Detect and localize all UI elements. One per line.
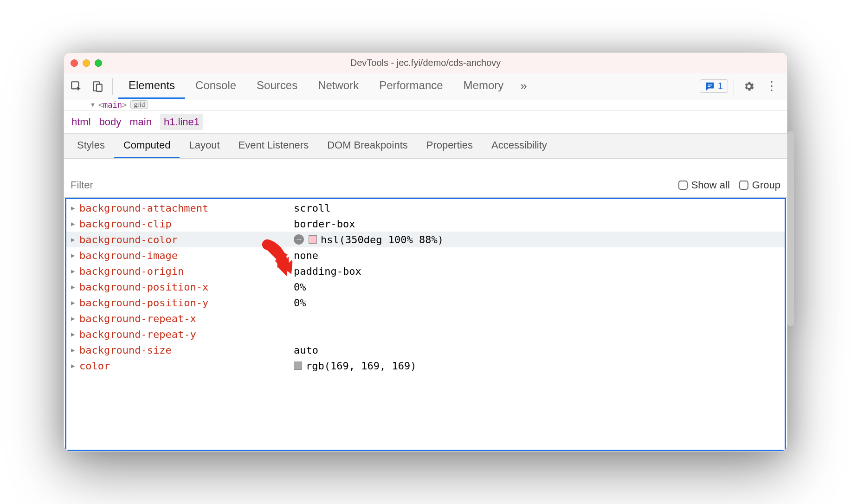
panel-tabs: Elements Console Sources Network Perform… bbox=[118, 73, 514, 99]
show-all-checkbox[interactable]: Show all bbox=[678, 179, 730, 191]
computed-row[interactable]: ▶background-repeat-y bbox=[66, 326, 785, 342]
computed-row[interactable]: ▶background-imagenone bbox=[66, 247, 785, 263]
disclosure-triangle-icon[interactable]: ▶ bbox=[71, 236, 77, 243]
color-swatch[interactable] bbox=[294, 362, 302, 370]
color-swatch[interactable] bbox=[309, 235, 317, 244]
toolbar-separator bbox=[734, 78, 734, 95]
property-name: background-image bbox=[79, 250, 178, 261]
property-name: background-repeat-x bbox=[79, 313, 196, 324]
subtab-computed[interactable]: Computed bbox=[114, 134, 180, 158]
property-value[interactable]: hsl(350deg 100% 88%) bbox=[294, 234, 444, 246]
titlebar: DevTools - jec.fyi/demo/cds-anchovy bbox=[64, 53, 787, 73]
property-name: background-position-x bbox=[79, 281, 208, 293]
tab-elements[interactable]: Elements bbox=[118, 73, 185, 99]
property-name: background-attachment bbox=[79, 202, 208, 214]
computed-row[interactable]: ▶background-clipborder-box bbox=[66, 216, 785, 232]
property-value[interactable]: scroll bbox=[294, 202, 330, 214]
filter-input[interactable] bbox=[71, 179, 210, 191]
disclosure-triangle-icon[interactable]: ▶ bbox=[71, 220, 77, 227]
disclosure-triangle-icon[interactable]: ▶ bbox=[71, 267, 77, 275]
grid-badge[interactable]: grid bbox=[130, 100, 148, 109]
property-value[interactable]: none bbox=[294, 250, 318, 261]
inspect-element-icon[interactable] bbox=[67, 77, 85, 96]
computed-panel: ▶background-attachmentscroll▶background-… bbox=[65, 198, 786, 451]
property-name: background-clip bbox=[79, 218, 172, 230]
tab-sources[interactable]: Sources bbox=[246, 73, 308, 99]
property-value[interactable]: 0% bbox=[294, 297, 306, 309]
subtab-styles[interactable]: Styles bbox=[68, 134, 114, 158]
property-name: background-size bbox=[79, 344, 172, 356]
disclosure-triangle-icon[interactable]: ▶ bbox=[71, 315, 77, 322]
svg-rect-2 bbox=[97, 84, 102, 91]
checkbox-icon bbox=[678, 181, 688, 190]
disclosure-triangle-icon[interactable]: ▶ bbox=[71, 362, 77, 369]
computed-properties-list[interactable]: ▶background-attachmentscroll▶background-… bbox=[66, 199, 785, 375]
crumb-body[interactable]: body bbox=[99, 116, 122, 128]
devtools-window: DevTools - jec.fyi/demo/cds-anchovy Elem… bbox=[64, 52, 787, 452]
property-value[interactable]: border-box bbox=[294, 218, 355, 230]
property-value[interactable]: 0% bbox=[294, 281, 306, 293]
disclosure-triangle-icon[interactable]: ▼ bbox=[91, 101, 95, 108]
crumb-main[interactable]: main bbox=[129, 116, 152, 128]
tab-console[interactable]: Console bbox=[185, 73, 246, 99]
svg-rect-3 bbox=[708, 84, 712, 85]
navigate-icon[interactable] bbox=[294, 234, 304, 245]
issues-badge[interactable]: 1 bbox=[700, 79, 728, 93]
main-toolbar: Elements Console Sources Network Perform… bbox=[64, 73, 787, 99]
computed-row[interactable]: ▶colorrgb(169, 169, 169) bbox=[66, 358, 785, 374]
property-value[interactable]: auto bbox=[294, 344, 318, 356]
subtab-accessibility[interactable]: Accessibility bbox=[482, 134, 556, 158]
property-name: background-origin bbox=[79, 265, 184, 277]
styles-subtabs: Styles Computed Layout Event Listeners D… bbox=[64, 134, 787, 159]
toolbar-separator bbox=[112, 78, 113, 95]
subtab-dom-breakpoints[interactable]: DOM Breakpoints bbox=[318, 134, 417, 158]
computed-row[interactable]: ▶background-attachmentscroll bbox=[66, 200, 785, 216]
crumb-selected[interactable]: h1.line1 bbox=[160, 114, 203, 130]
settings-icon[interactable] bbox=[740, 77, 758, 96]
issue-count: 1 bbox=[718, 81, 723, 91]
filter-bar: Show all Group bbox=[64, 173, 787, 198]
dom-tag: main bbox=[103, 100, 122, 110]
tab-performance[interactable]: Performance bbox=[369, 73, 453, 99]
device-toggle-icon[interactable] bbox=[88, 77, 107, 96]
computed-row[interactable]: ▶background-sizeauto bbox=[66, 342, 785, 358]
disclosure-triangle-icon[interactable]: ▶ bbox=[71, 204, 77, 212]
chat-icon bbox=[705, 81, 715, 91]
tab-network[interactable]: Network bbox=[308, 73, 369, 99]
property-name: color bbox=[79, 360, 110, 372]
property-value[interactable]: rgb(169, 169, 169) bbox=[294, 360, 416, 372]
disclosure-triangle-icon[interactable]: ▶ bbox=[71, 299, 77, 306]
more-tabs-icon[interactable]: » bbox=[516, 79, 530, 93]
disclosure-triangle-icon[interactable]: ▶ bbox=[71, 283, 77, 291]
checkbox-icon bbox=[739, 181, 748, 190]
property-name: background-color bbox=[79, 234, 178, 246]
disclosure-triangle-icon[interactable]: ▶ bbox=[71, 252, 77, 259]
group-checkbox[interactable]: Group bbox=[739, 179, 780, 191]
computed-row[interactable]: ▶background-repeat-x bbox=[66, 310, 785, 326]
subtab-properties[interactable]: Properties bbox=[417, 134, 482, 158]
computed-row[interactable]: ▶background-colorhsl(350deg 100% 88%) bbox=[66, 232, 785, 247]
computed-row[interactable]: ▶background-position-x0% bbox=[66, 279, 785, 295]
property-name: background-position-y bbox=[79, 297, 208, 309]
disclosure-triangle-icon[interactable]: ▶ bbox=[71, 330, 77, 338]
disclosure-triangle-icon[interactable]: ▶ bbox=[71, 346, 77, 354]
computed-row[interactable]: ▶background-originpadding-box bbox=[66, 263, 785, 279]
vertical-scrollbar[interactable] bbox=[787, 131, 794, 326]
subtab-event-listeners[interactable]: Event Listeners bbox=[229, 134, 318, 158]
window-title: DevTools - jec.fyi/demo/cds-anchovy bbox=[64, 58, 787, 68]
tab-memory[interactable]: Memory bbox=[453, 73, 514, 99]
property-name: background-repeat-y bbox=[79, 329, 196, 340]
subtab-layout[interactable]: Layout bbox=[180, 134, 229, 158]
crumb-html[interactable]: html bbox=[71, 116, 91, 128]
breadcrumbs: html body main h1.line1 bbox=[64, 110, 787, 134]
computed-row[interactable]: ▶background-position-y0% bbox=[66, 295, 785, 310]
property-value[interactable]: padding-box bbox=[294, 265, 361, 277]
dom-tree-strip[interactable]: ▼ <main> grid bbox=[64, 99, 787, 110]
kebab-menu-icon[interactable]: ⋮ bbox=[761, 79, 782, 93]
svg-rect-4 bbox=[708, 86, 710, 87]
